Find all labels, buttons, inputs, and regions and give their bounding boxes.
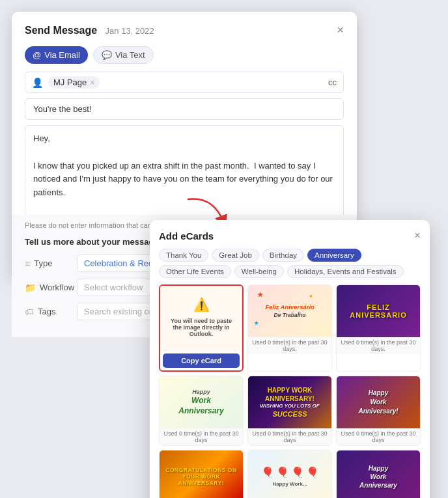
modal-title-group: Send Message Jan 13, 2022 xyxy=(25,25,154,36)
card-item-happy2[interactable]: HAPPY WORK ANNIVERSARY! wishing you lots… xyxy=(247,376,332,446)
card-img-congrats: CONGRATULATIONS ON YOUR WORK ANNIVERSARY… xyxy=(160,450,243,498)
happy-work-text1: Happy Work Anniversary xyxy=(178,389,223,417)
cat-other-life[interactable]: Other Life Events xyxy=(159,265,231,278)
card-usage-feliz2: Used 0 time(s) in the past 30 days. xyxy=(337,337,420,354)
card-img-feliz: Feliz Aniversário De Trabalho ★ ● ★ xyxy=(248,285,331,337)
feliz-text: Feliz Aniversário De Trabalho xyxy=(265,303,315,318)
tags-label-text: Tags xyxy=(38,307,55,316)
cards-grid: ⚠️ You will need to paste the image dire… xyxy=(159,284,421,498)
happy-work-text5: Happy Work Anniversary xyxy=(359,464,397,490)
copy-ecard-button[interactable]: Copy eCard xyxy=(163,353,240,368)
cat-birthday[interactable]: Birthday xyxy=(262,249,304,262)
ecards-title: Add eCards xyxy=(159,230,214,242)
workflow-label-text: Workflow xyxy=(40,283,74,292)
cat-other-life-label: Other Life Events xyxy=(166,268,224,275)
card-item-notice[interactable]: ⚠️ You will need to paste the image dire… xyxy=(159,284,244,372)
card-item-feliz2[interactable]: FELIZ ANIVERSARIO Used 0 time(s) in the … xyxy=(336,284,421,372)
card-notice-text: You will need to paste the image directl… xyxy=(164,315,238,340)
modal-date: Jan 13, 2022 xyxy=(105,26,154,36)
cat-great-job[interactable]: Great Job xyxy=(212,249,259,262)
text-icon: 💬 xyxy=(102,50,112,60)
cat-birthday-label: Birthday xyxy=(270,251,297,259)
cat-thank-you[interactable]: Thank You xyxy=(159,249,208,262)
card-usage-happy3: Used 0 time(s) in the past 30 days xyxy=(337,428,420,445)
cat-wellbeing[interactable]: Well-being xyxy=(234,265,284,278)
cat-thank-you-label: Thank You xyxy=(166,251,201,259)
happy-work-text2: HAPPY WORK ANNIVERSARY! wishing you lots… xyxy=(260,386,319,419)
cat-wellbeing-label: Well-being xyxy=(242,268,277,275)
card-item-happy5[interactable]: Happy Work Anniversary xyxy=(336,450,421,498)
modal-title: Send Message xyxy=(25,25,97,36)
feliz-aniversario-text: FELIZ ANIVERSARIO xyxy=(341,303,416,319)
tags-icon: 🏷 xyxy=(25,307,34,317)
card-usage-happy2: Used 0 time(s) in the past 30 days xyxy=(248,428,331,445)
recipient-name: MJ Page xyxy=(53,77,87,87)
ecards-close-button[interactable]: × xyxy=(414,229,421,242)
card-img-happy3: Happy Work Anniversary! xyxy=(337,376,420,428)
cat-anniversary[interactable]: Anniversary xyxy=(307,249,361,262)
tab-email-label: Via Email xyxy=(44,50,80,60)
type-label-text: Type xyxy=(34,258,52,268)
email-icon: @ xyxy=(33,50,41,60)
cat-holidays-label: Holidays, Events and Festivals xyxy=(294,268,397,275)
send-tabs: @ Via Email 💬 Via Text xyxy=(25,46,344,64)
ecards-modal: Add eCards × Thank You Great Job Birthda… xyxy=(150,220,430,498)
tab-via-text[interactable]: 💬 Via Text xyxy=(93,46,154,64)
card-img-happy1: Happy Work Anniversary xyxy=(160,376,243,428)
person-icon: 👤 xyxy=(32,77,43,88)
recipient-tag: MJ Page × xyxy=(48,76,100,89)
card-item-congrats[interactable]: CONGRATULATIONS ON YOUR WORK ANNIVERSARY… xyxy=(159,450,244,498)
congrats-text: CONGRATULATIONS ON YOUR WORK ANNIVERSARY… xyxy=(162,467,240,486)
subject-row[interactable]: You're the best! xyxy=(25,98,344,120)
happy-work-text4: Happy Work... xyxy=(272,481,307,487)
cc-label[interactable]: cc xyxy=(328,77,337,87)
card-img-feliz2: FELIZ ANIVERSARIO xyxy=(337,285,420,337)
type-label: ≡ Type xyxy=(25,258,70,269)
message-text: Hey,I know that you picked up an extra s… xyxy=(33,133,333,225)
workflow-icon: 📁 xyxy=(25,283,36,293)
cat-holidays[interactable]: Holidays, Events and Festivals xyxy=(287,265,404,278)
tab-text-label: Via Text xyxy=(115,50,145,60)
warning-circle-icon: ⚠️ xyxy=(193,297,210,312)
close-button[interactable]: × xyxy=(337,23,344,37)
card-usage-feliz: Used 0 time(s) in the past 30 days. xyxy=(248,337,331,354)
category-tabs: Thank You Great Job Birthday Anniversary… xyxy=(159,249,421,278)
card-img-happy2: HAPPY WORK ANNIVERSARY! wishing you lots… xyxy=(248,376,331,428)
cat-great-job-label: Great Job xyxy=(219,251,252,259)
subject-text: You're the best! xyxy=(33,104,91,114)
card-img-notice: ⚠️ You will need to paste the image dire… xyxy=(160,286,242,351)
ecards-header: Add eCards × xyxy=(159,229,421,242)
remove-recipient-icon[interactable]: × xyxy=(90,78,94,87)
recipient-row[interactable]: 👤 MJ Page × cc xyxy=(25,72,344,93)
type-icon: ≡ xyxy=(25,258,30,269)
workflow-label: 📁 Workflow xyxy=(25,283,70,293)
card-img-happy4: 🎈 🎈 🎈 🎈 Happy Work... xyxy=(248,450,331,498)
modal-header: Send Message Jan 13, 2022 × xyxy=(25,23,344,37)
card-usage-happy1: Used 0 time(s) in the past 30 days xyxy=(160,428,243,445)
balloons-decor: 🎈 🎈 🎈 🎈 xyxy=(261,466,319,478)
cat-anniversary-label: Anniversary xyxy=(315,251,354,259)
tab-via-email[interactable]: @ Via Email xyxy=(25,46,88,64)
card-img-happy5: Happy Work Anniversary xyxy=(337,450,420,498)
card-item-happy4[interactable]: 🎈 🎈 🎈 🎈 Happy Work... xyxy=(247,450,332,498)
happy-work-text3: Happy Work Anniversary! xyxy=(358,389,398,416)
card-item-happy3[interactable]: Happy Work Anniversary! Used 0 time(s) i… xyxy=(336,376,421,446)
tags-label: 🏷 Tags xyxy=(25,307,70,317)
card-item-happy1[interactable]: Happy Work Anniversary Used 0 time(s) in… xyxy=(159,376,244,446)
card-item-feliz[interactable]: Feliz Aniversário De Trabalho ★ ● ★ Used… xyxy=(247,284,332,372)
